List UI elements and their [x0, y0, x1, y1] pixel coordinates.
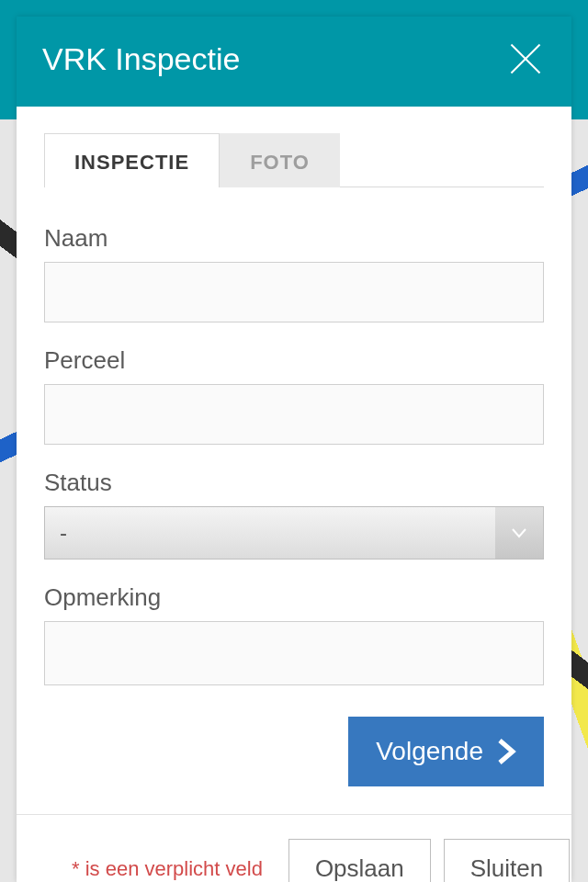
save-button[interactable]: Opslaan: [288, 839, 431, 882]
input-naam[interactable]: [44, 262, 544, 322]
tab-inspectie[interactable]: INSPECTIE: [44, 133, 220, 187]
tab-bar: INSPECTIE FOTO: [44, 132, 544, 187]
chevron-right-icon: [496, 739, 516, 764]
label-status: Status: [44, 469, 544, 497]
field-opmerking: Opmerking: [44, 583, 544, 689]
inspection-modal: VRK Inspectie INSPECTIE FOTO Naam Percee…: [17, 17, 571, 882]
close-icon[interactable]: [505, 39, 546, 79]
field-naam: Naam: [44, 224, 544, 322]
modal-footer: * is een verplicht veld Opslaan Sluiten: [44, 815, 544, 882]
field-status: Status -: [44, 469, 544, 560]
modal-title: VRK Inspectie: [42, 41, 240, 77]
input-perceel[interactable]: [44, 384, 544, 445]
inspection-form: Naam Perceel Status - Opmerking: [44, 187, 544, 815]
next-button[interactable]: Volgende: [348, 717, 544, 786]
close-button[interactable]: Sluiten: [444, 839, 571, 882]
required-note: * is een verplicht veld: [72, 857, 263, 881]
modal-body: INSPECTIE FOTO Naam Perceel Status -: [17, 107, 571, 882]
next-row: Volgende: [44, 713, 544, 814]
select-status[interactable]: -: [44, 506, 544, 560]
input-opmerking[interactable]: [44, 621, 544, 685]
label-perceel: Perceel: [44, 346, 544, 375]
modal-header: VRK Inspectie: [17, 17, 571, 107]
chevron-down-icon: [495, 507, 543, 559]
select-status-value: -: [45, 520, 82, 546]
field-perceel: Perceel: [44, 346, 544, 445]
label-naam: Naam: [44, 224, 544, 253]
tab-foto[interactable]: FOTO: [220, 133, 340, 187]
next-button-label: Volgende: [376, 737, 483, 766]
label-opmerking: Opmerking: [44, 583, 544, 612]
